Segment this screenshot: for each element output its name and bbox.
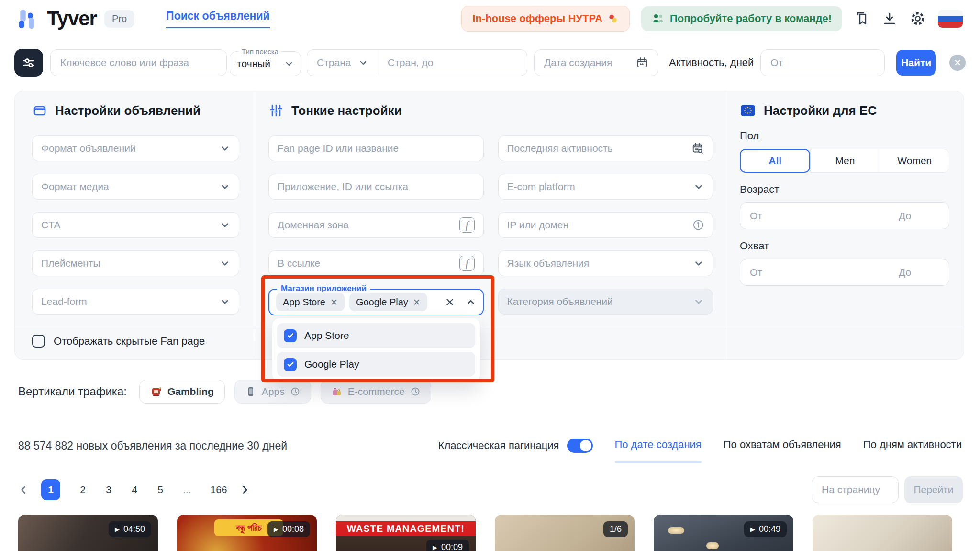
clear-icon[interactable]: [445, 297, 455, 307]
pagination-row: 1 2 3 4 5 ... 166 Перейти: [18, 476, 963, 503]
in-link-input[interactable]: f: [268, 250, 484, 276]
creation-date-input[interactable]: Дата создания: [534, 49, 658, 76]
fanpage-id-field[interactable]: [278, 143, 475, 154]
vertical-gambling-chip[interactable]: Gambling: [139, 380, 225, 404]
ad-card[interactable]: 1/6: [495, 515, 635, 551]
age-label: Возраст: [740, 183, 949, 196]
flag-white-band: [938, 10, 963, 16]
domain-zone-input[interactable]: f: [268, 212, 484, 238]
language-flag-button[interactable]: [938, 10, 963, 28]
prev-page-button[interactable]: [18, 484, 29, 495]
gender-women-option[interactable]: Women: [880, 149, 949, 173]
checkbox-checked-icon[interactable]: [284, 329, 297, 342]
download-icon: [881, 11, 898, 27]
lead-form-select[interactable]: Lead-form: [32, 289, 239, 315]
page-3[interactable]: 3: [105, 484, 112, 495]
domain-zone-field[interactable]: [278, 219, 459, 231]
country-placeholder: Страна: [317, 57, 351, 68]
age-from-input[interactable]: [750, 210, 880, 222]
ad-card[interactable]: [813, 515, 952, 551]
fine-right-column: E-com platform Язык объявления: [498, 135, 713, 327]
ecom-platform-select[interactable]: E-com platform: [498, 174, 713, 200]
fine-settings-title-text: Тонкие настройки: [291, 103, 402, 118]
show-hidden-fanpage-checkbox[interactable]: Отображать скрытые Fan page: [32, 335, 205, 348]
chevron-down-icon: [284, 59, 294, 68]
team-work-button[interactable]: Попробуйте работу в команде!: [641, 6, 842, 31]
app-store-multiselect: Магазин приложений App Store ✕ Google Pl…: [268, 289, 484, 315]
info-icon[interactable]: [692, 219, 704, 231]
app-id-field[interactable]: [278, 181, 475, 192]
gender-men-option[interactable]: Men: [810, 149, 880, 173]
chevron-right-icon: [240, 484, 250, 495]
checkbox-unchecked-icon[interactable]: [32, 335, 45, 348]
age-to-input[interactable]: [899, 210, 949, 222]
tab-sort-by-reach[interactable]: По охватам объявления: [724, 439, 841, 453]
chip-app-store[interactable]: App Store ✕: [276, 293, 345, 311]
classic-pagination-toggle[interactable]: [567, 439, 593, 453]
reach-from-input[interactable]: [750, 267, 880, 278]
clock-icon: [411, 387, 420, 396]
page-166[interactable]: 166: [211, 484, 227, 495]
ip-domain-input[interactable]: [498, 212, 713, 238]
tab-sort-by-activity-days[interactable]: По дням активности: [863, 439, 962, 453]
ad-card[interactable]: WASTE MANAGEMENT! ▶00:09: [336, 515, 476, 551]
ad-card[interactable]: ▶00:49: [654, 515, 793, 551]
next-page-button[interactable]: [240, 484, 250, 495]
page-jump-button[interactable]: Перейти: [904, 476, 963, 503]
placements-select[interactable]: Плейсменты: [32, 250, 239, 276]
chip-remove-icon[interactable]: ✕: [413, 297, 421, 308]
settings-button[interactable]: [909, 10, 926, 27]
checkbox-checked-icon[interactable]: [284, 358, 297, 371]
in-link-field[interactable]: [278, 258, 459, 269]
ad-card[interactable]: বন্ধু পরিচ ▶00:08: [177, 515, 317, 551]
option-app-store[interactable]: App Store: [277, 323, 475, 348]
reach-to-input[interactable]: [899, 267, 949, 278]
ad-card[interactable]: ▶04:50: [18, 515, 158, 551]
last-activity-input[interactable]: [498, 135, 713, 161]
logo[interactable]: Tyver Pro: [17, 7, 134, 30]
gender-all-option[interactable]: All: [740, 149, 810, 173]
cta-select[interactable]: CTA: [32, 212, 239, 238]
nav-search-ads[interactable]: Поиск объявлений: [166, 10, 270, 28]
ip-domain-field[interactable]: [507, 219, 692, 231]
media-format-select[interactable]: Формат медиа: [32, 174, 239, 200]
fanpage-id-input[interactable]: [268, 135, 484, 161]
nutra-offers-button[interactable]: In-house офферы НУТРА: [461, 6, 630, 32]
page-2[interactable]: 2: [79, 484, 86, 495]
browser-window-icon: [32, 103, 47, 118]
activity-from-input[interactable]: [770, 57, 885, 68]
last-activity-field[interactable]: [507, 143, 691, 154]
vertical-apps-chip[interactable]: Apps: [234, 380, 311, 404]
download-button[interactable]: [881, 11, 898, 27]
clear-filters-button[interactable]: ✕: [949, 55, 966, 71]
facebook-f-icon: f: [459, 256, 475, 271]
top-bar: Tyver Pro Поиск объявлений In-house оффе…: [0, 0, 980, 37]
filters-card: Настройки объявлений Формат объявлений Ф…: [14, 91, 964, 360]
chip-remove-icon[interactable]: ✕: [330, 297, 338, 308]
chevron-down-icon: [358, 58, 368, 67]
reach-label: Охват: [740, 240, 949, 252]
bookmarks-button[interactable]: [854, 11, 870, 27]
app-id-input[interactable]: [268, 174, 484, 200]
page-jump-input[interactable]: [812, 476, 899, 503]
chip-google-play[interactable]: Google Play ✕: [349, 293, 427, 311]
search-submit-button[interactable]: Найти: [896, 50, 936, 76]
vertical-ecommerce-chip[interactable]: E-commerce: [321, 380, 431, 404]
filters-button[interactable]: [14, 49, 43, 77]
page-5[interactable]: 5: [157, 484, 164, 495]
tab-sort-by-date[interactable]: По дате создания: [615, 439, 702, 453]
ad-language-select[interactable]: Язык объявления: [498, 250, 713, 276]
app-store-field[interactable]: Магазин приложений App Store ✕ Google Pl…: [268, 289, 484, 315]
page-1[interactable]: 1: [41, 479, 60, 500]
page-4[interactable]: 4: [131, 484, 138, 495]
country-select[interactable]: Страна: [307, 50, 377, 76]
country-to-input[interactable]: [388, 57, 517, 68]
search-type-select[interactable]: Тип поиска точный: [230, 47, 301, 76]
activity-from-wrap: [761, 50, 885, 76]
classic-pagination-toggle-group: Классическая пагинация: [438, 439, 593, 453]
chevron-up-icon[interactable]: [466, 297, 476, 307]
option-app-store-label: App Store: [304, 330, 349, 341]
ad-format-select[interactable]: Формат объявлений: [32, 135, 239, 161]
option-google-play[interactable]: Google Play: [277, 352, 475, 377]
keyword-input[interactable]: [50, 49, 227, 76]
